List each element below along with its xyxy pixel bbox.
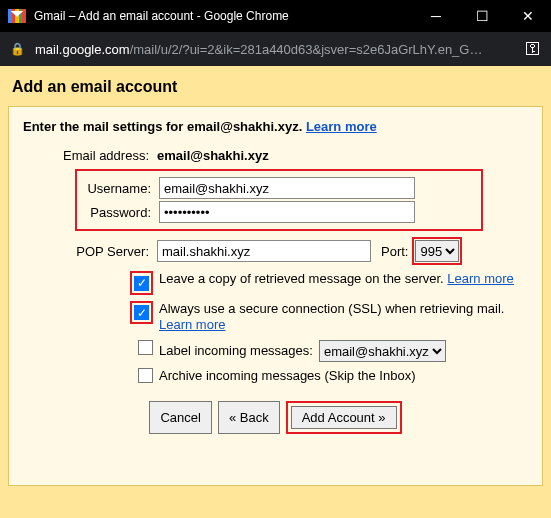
ssl-learn-more[interactable]: Learn more — [159, 317, 225, 332]
port-label: Port: — [381, 244, 408, 259]
email-label: Email address: — [19, 148, 153, 163]
leave-copy-learn-more[interactable]: Learn more — [447, 271, 513, 286]
window-titlebar: Gmail – Add an email account - Google Ch… — [0, 0, 551, 32]
gmail-icon — [8, 9, 26, 23]
close-button[interactable]: ✕ — [505, 0, 551, 32]
learn-more-link[interactable]: Learn more — [306, 119, 377, 134]
page-content: Add an email account Enter the mail sett… — [0, 66, 551, 518]
cancel-button[interactable]: Cancel — [149, 401, 211, 434]
add-account-button[interactable]: Add Account » — [291, 406, 397, 429]
minimize-button[interactable]: ─ — [413, 0, 459, 32]
username-label: Username: — [81, 181, 155, 196]
pop-server-input[interactable] — [157, 240, 371, 262]
ssl-checkbox[interactable]: ✓ — [134, 305, 149, 320]
lock-icon: 🔒 — [10, 42, 25, 56]
username-input[interactable] — [159, 177, 415, 199]
ssl-highlight: ✓ — [130, 301, 153, 325]
password-label: Password: — [81, 205, 155, 220]
archive-checkbox[interactable] — [138, 368, 153, 383]
maximize-button[interactable]: ☐ — [459, 0, 505, 32]
port-select[interactable]: 995 — [415, 240, 459, 262]
page-heading: Add an email account — [12, 78, 543, 96]
leave-copy-highlight: ✓ — [130, 271, 153, 295]
credentials-highlight: Username: Password: — [75, 169, 483, 231]
password-input[interactable] — [159, 201, 415, 223]
leave-copy-checkbox[interactable]: ✓ — [134, 276, 149, 291]
archive-text: Archive incoming messages (Skip the Inbo… — [159, 368, 532, 385]
back-button[interactable]: « Back — [218, 401, 280, 434]
label-select[interactable]: email@shakhi.xyz — [319, 340, 446, 362]
button-row: Cancel « Back Add Account » — [19, 401, 532, 434]
label-incoming-checkbox[interactable] — [138, 340, 153, 355]
url-text: mail.google.com/mail/u/2/?ui=2&ik=281a44… — [35, 42, 515, 57]
pop-label: POP Server: — [19, 244, 153, 259]
intro-text: Enter the mail settings for email@shakhi… — [23, 119, 532, 134]
port-highlight: 995 — [412, 237, 462, 265]
window-title: Gmail – Add an email account - Google Ch… — [34, 9, 413, 23]
password-key-icon[interactable]: ⚿ — [525, 40, 541, 58]
settings-panel: Enter the mail settings for email@shakhi… — [8, 106, 543, 486]
email-value: email@shakhi.xyz — [157, 148, 269, 163]
label-incoming-text: Label incoming messages: — [159, 343, 313, 360]
add-account-highlight: Add Account » — [286, 401, 402, 434]
address-bar[interactable]: 🔒 mail.google.com/mail/u/2/?ui=2&ik=281a… — [0, 32, 551, 66]
email-row: Email address: email@shakhi.xyz — [19, 148, 532, 163]
ssl-text: Always use a secure connection (SSL) whe… — [159, 301, 532, 335]
leave-copy-text: Leave a copy of retrieved message on the… — [159, 271, 532, 288]
